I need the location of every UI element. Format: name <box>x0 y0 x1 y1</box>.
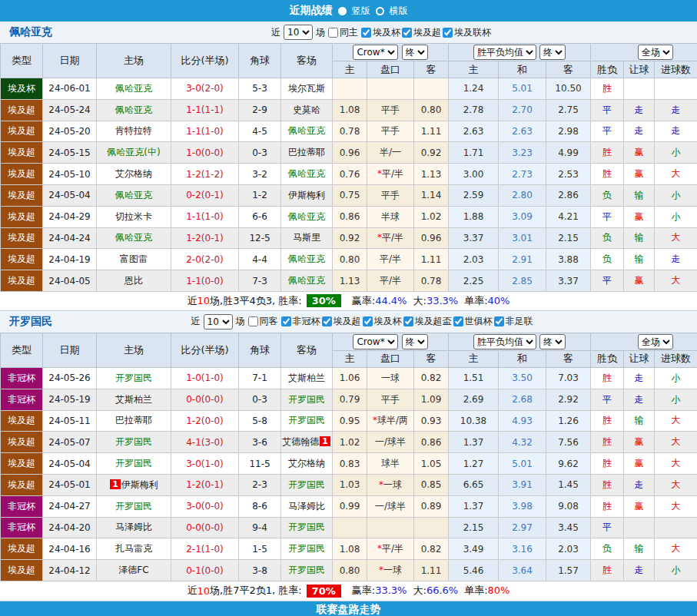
team-link[interactable]: 佩哈亚克 <box>288 168 325 179</box>
competition-filter[interactable]: 埃及联杯 <box>443 26 491 39</box>
competition-filter[interactable]: 非冠杯 <box>281 315 320 328</box>
competition-filter[interactable]: 埃及杯 <box>361 26 400 39</box>
recent-count-select[interactable]: 10 <box>204 314 233 330</box>
bookmaker-select[interactable]: Crow* <box>353 334 398 349</box>
type-cell: 埃及超 <box>1 164 43 185</box>
home-odds-cell: 1.13 <box>333 270 367 292</box>
away-odds-cell: 1.11 <box>414 249 449 270</box>
team-link[interactable]: 富图雷 <box>120 253 148 264</box>
competition-checkbox[interactable] <box>361 28 371 38</box>
matches-label: 场 <box>236 315 245 328</box>
team-name[interactable]: 佩哈亚克 <box>9 25 52 39</box>
competition-checkbox[interactable] <box>494 316 504 326</box>
team-link[interactable]: 佩哈亚克 <box>115 232 152 243</box>
team-link[interactable]: 开罗国民 <box>288 415 325 426</box>
team-link[interactable]: 伊斯梅利 <box>121 479 158 490</box>
competition-filter[interactable]: 世俱杯 <box>453 315 493 328</box>
team-link[interactable]: 巴拉蒂耶 <box>288 147 325 157</box>
score-cell: 1-1(1-0) <box>171 206 239 227</box>
same-venue-filter[interactable]: 同主 <box>328 26 358 39</box>
avg-home-cell: 2.15 <box>449 517 499 538</box>
competition-checkbox[interactable] <box>443 28 453 38</box>
team-link[interactable]: 艾尔格纳 <box>288 458 325 469</box>
avg-time-select[interactable]: 终 <box>539 45 566 60</box>
score-cell: 1-2(0-1) <box>171 474 239 495</box>
competition-checkbox[interactable] <box>403 316 413 326</box>
team-link[interactable]: 开罗国民 <box>115 458 152 469</box>
bookmaker-select[interactable]: Crow* <box>353 45 398 60</box>
competition-filter[interactable]: 埃及超 <box>322 315 361 328</box>
team-link[interactable]: 佩哈亚克 <box>288 211 325 222</box>
team-link[interactable]: 佩哈亚克 <box>288 275 325 286</box>
competition-filter[interactable]: 埃及超盃 <box>403 315 452 328</box>
team-link[interactable]: 切拉米卡 <box>115 211 152 222</box>
scope-select[interactable]: 全场 <box>638 334 673 349</box>
same-venue-checkbox[interactable] <box>328 28 338 38</box>
recent-matches-table-team2: 类型 日期 主场 比分(半场) 角球 客场 Crow* 终 胜平负均值 终 全场… <box>0 333 697 581</box>
sub-goals: 进球数 <box>655 350 697 367</box>
competition-checkbox[interactable] <box>322 316 332 326</box>
team-link[interactable]: 史莫哈 <box>293 104 320 115</box>
team-link[interactable]: 佩哈亚克 <box>115 190 152 200</box>
summary-stat: 赢率:33.3% <box>352 584 407 598</box>
team-link[interactable]: 开罗国民 <box>115 501 152 512</box>
team-link[interactable]: 埃尔瓦斯 <box>288 83 325 94</box>
team-link[interactable]: 开罗国民 <box>288 394 325 405</box>
stat-value: 33.3% <box>426 295 458 306</box>
goals-cell: 走 <box>655 121 697 142</box>
odds-time-select[interactable]: 终 <box>402 45 428 60</box>
handicap-cell: 平/半 <box>367 270 414 292</box>
horizontal-radio-label[interactable]: 横版 <box>390 5 408 18</box>
competition-filter[interactable]: 非足联 <box>494 315 533 328</box>
odds-time-select[interactable]: 终 <box>402 334 428 349</box>
team-link[interactable]: 开罗国民 <box>115 436 152 447</box>
team-link[interactable]: 扎马雷克 <box>115 543 152 554</box>
horizontal-radio[interactable] <box>376 7 384 15</box>
team-link[interactable]: 开罗国民 <box>288 522 325 532</box>
team-link[interactable]: 佩哈亚克 <box>115 104 152 115</box>
col-corners: 角球 <box>239 333 281 367</box>
team-link[interactable]: 艾德翰德 <box>282 436 319 447</box>
team-link[interactable]: 肯特拉特 <box>115 125 152 136</box>
avg-select[interactable]: 胜平负均值 <box>473 45 536 60</box>
scope-select[interactable]: 全场 <box>638 45 673 60</box>
recent-count-select[interactable]: 10 <box>284 25 313 40</box>
same-venue-checkbox[interactable] <box>248 316 258 326</box>
team-link[interactable]: 巴拉蒂耶 <box>115 415 152 426</box>
match-row: 埃及超24-04-16扎马雷克2-1(1-0)1-5开罗国民1.08*平/半0.… <box>1 538 697 560</box>
avg-time-select[interactable]: 终 <box>539 334 566 349</box>
team-link[interactable]: 恩比 <box>124 275 143 286</box>
vertical-radio[interactable] <box>338 7 347 15</box>
team-link[interactable]: 马泽姆比 <box>288 501 325 512</box>
team-link[interactable]: 开罗国民 <box>288 543 325 554</box>
team-link[interactable]: 佩哈亚克 <box>288 253 325 264</box>
team-link[interactable]: 艾斯柏兰 <box>115 394 152 405</box>
team-name[interactable]: 开罗国民 <box>9 315 52 329</box>
team-link[interactable]: 伊斯梅利 <box>288 190 325 200</box>
team-link[interactable]: 佩哈亚克 <box>115 83 152 94</box>
team-link[interactable]: 开罗国民 <box>288 479 325 490</box>
competition-filter[interactable]: 埃及杯 <box>363 315 402 328</box>
team-link[interactable]: 马斯里 <box>293 232 320 243</box>
team-link[interactable]: 开罗国民 <box>115 373 152 383</box>
team-link[interactable]: 艾斯柏兰 <box>288 373 325 383</box>
same-venue-filter[interactable]: 同客 <box>248 315 278 328</box>
corners-cell: 7-1 <box>239 367 281 389</box>
team-link[interactable]: 泽德FC <box>118 565 148 575</box>
competition-filter[interactable]: 埃及超 <box>402 26 441 39</box>
team-link[interactable]: 佩哈亚克(中) <box>107 147 160 157</box>
competition-checkbox[interactable] <box>453 316 463 326</box>
competition-checkbox[interactable] <box>363 316 373 326</box>
result-cell: 胜 <box>591 410 624 432</box>
competition-checkbox[interactable] <box>281 316 291 326</box>
avg-home-cell: 2.03 <box>449 249 499 270</box>
vertical-radio-label[interactable]: 竖版 <box>352 5 370 18</box>
team-link[interactable]: 佩哈亚克 <box>288 125 325 136</box>
goals-cell: 走 <box>655 99 697 121</box>
competition-checkbox[interactable] <box>402 28 412 38</box>
date-cell: 24-04-05 <box>43 270 97 292</box>
team-link[interactable]: 艾尔格纳 <box>115 168 152 179</box>
avg-select[interactable]: 胜平负均值 <box>473 334 536 349</box>
team-link[interactable]: 开罗国民 <box>288 565 325 575</box>
team-link[interactable]: 马泽姆比 <box>115 522 152 532</box>
